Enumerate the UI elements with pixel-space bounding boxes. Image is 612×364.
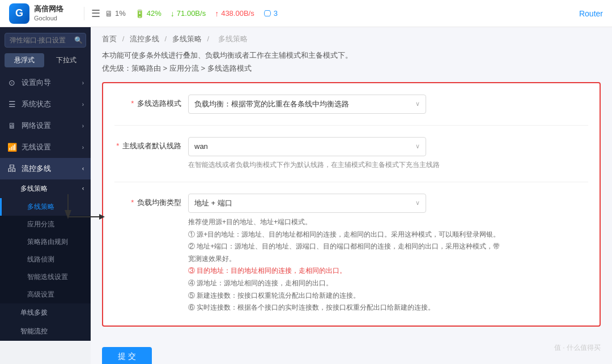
sidebar-subsubitem-routerule-label: 策略路由规则 bbox=[27, 237, 68, 247]
sidebar-item-status-label: 系统状态 bbox=[22, 99, 51, 109]
topbar-stats: 🖥 1% 🔋 42% ↓ 71.00B/s ↑ 438.00B/s 🖵 3 bbox=[105, 9, 579, 18]
select-lbtype[interactable]: 地址 + 端口 ∨ bbox=[188, 194, 426, 213]
hint-item-1: ① 源+目的地址：源地址、目的地址都相同的连接，走相同的出口。采用这种模式，可以… bbox=[188, 229, 505, 241]
wireless-icon: 📶 bbox=[7, 143, 17, 152]
sidebar-subsubitem-policy-label: 多线策略 bbox=[27, 202, 54, 212]
conn-stat: 🖵 3 bbox=[264, 9, 278, 18]
content-area: 首页 / 流控多线 / 多线策略 / 多线策略 本功能可使多条外线进行叠加、负载… bbox=[91, 27, 612, 364]
monitor-icon: 🖵 bbox=[264, 9, 271, 18]
select-mode[interactable]: 负载均衡：根据带宽的比重在各条线中均衡选路 ∨ bbox=[188, 95, 426, 114]
submit-area: 提 交 bbox=[91, 338, 612, 364]
breadcrumb-sep2: / bbox=[165, 35, 167, 43]
traffic-icon: 品 bbox=[7, 164, 17, 174]
sidebar-subitem-multiline-label: 多线策略 bbox=[20, 184, 48, 194]
page-desc: 本功能可使多条外线进行叠加、负载均衡或者工作在主辅模式和主备模式下。 优先级：策… bbox=[91, 46, 612, 82]
breadcrumb: 首页 / 流控多线 / 多线策略 / 多线策略 bbox=[91, 27, 612, 46]
mem-stat: 🔋 42% bbox=[135, 9, 162, 18]
required-star-1: * bbox=[131, 99, 134, 108]
breadcrumb-home[interactable]: 首页 bbox=[102, 35, 117, 43]
sidebar-subsubitem-appflow[interactable]: 应用分流 bbox=[0, 216, 91, 233]
logo: G 高倍网络 Gocloud bbox=[9, 3, 77, 24]
upload-icon: ↑ bbox=[215, 9, 219, 18]
sidebar-subsubmenu: 多线策略 应用分流 策略路由规则 线路侦测 智能迭线设置 高 bbox=[0, 198, 91, 303]
chevron-down-icon-1: ∨ bbox=[415, 100, 420, 108]
sidebar-subitem-multiline[interactable]: 多线策略 › bbox=[0, 179, 91, 198]
sidebar-item-network[interactable]: 🖥 网络设置 › bbox=[0, 115, 91, 136]
form-label-mainline: * 主线或者默认线路 bbox=[114, 137, 188, 151]
cpu-stat: 🖥 1% bbox=[105, 9, 126, 18]
hint-item-2: ② 地址+端口：源地址、目的地址、源端口、目的端口都相同的连接，走相同的出口，采… bbox=[188, 241, 505, 265]
sidebar-subsubitem-appflow-label: 应用分流 bbox=[27, 220, 54, 229]
download-stat: ↓ 71.00B/s bbox=[171, 9, 206, 18]
sidebar-subsubitem-probe[interactable]: 线路侦测 bbox=[0, 251, 91, 268]
sidebar-subsubitem-probe-label: 线路侦测 bbox=[27, 255, 54, 264]
menu-icon[interactable]: ☰ bbox=[91, 7, 100, 20]
search-icon: 🔍 bbox=[74, 36, 83, 44]
sidebar-item-network-label: 网络设置 bbox=[22, 121, 51, 131]
chevron-icon-2: › bbox=[82, 101, 84, 108]
sidebar-subsubitem-routerule[interactable]: 策略路由规则 bbox=[0, 233, 91, 251]
breadcrumb-current: 多线策略 bbox=[218, 35, 248, 43]
sidebar-subsubitem-smartline[interactable]: 智能迭线设置 bbox=[0, 268, 91, 286]
hint-item-5: ⑤ 新建连接数：按接口权重轮流分配出口给新建的连接。 bbox=[188, 290, 505, 302]
chevron-icon: › bbox=[82, 80, 84, 86]
sidebar-submenu-traffic: 多线策略 › 多线策略 应用分流 策略路由规则 线路侦测 bbox=[0, 179, 91, 341]
chevron-icon-4: › bbox=[82, 144, 84, 151]
sidebar-item-status[interactable]: ☰ 系统状态 › bbox=[0, 93, 91, 115]
upload-stat: ↑ 438.00B/s bbox=[215, 9, 254, 18]
search-box[interactable]: 🔍 bbox=[5, 33, 86, 48]
sidebar-item-traffic-label: 流控多线 bbox=[22, 164, 51, 174]
required-star-2: * bbox=[116, 142, 119, 150]
topbar: G 高倍网络 Gocloud ☰ 🖥 1% 🔋 42% ↓ 71.00B/s ↑… bbox=[0, 0, 612, 27]
hint-item-6: ⑥ 实时连接数：根据各个接口的实时连接数，按接口权重分配出口给新建的连接。 bbox=[188, 302, 505, 314]
chevron-icon-3: › bbox=[82, 123, 84, 129]
tab-row: 悬浮式 下拉式 bbox=[5, 53, 86, 67]
form-row-mainline: * 主线或者默认线路 wan ∨ 在智能选线或者负载均衡模式下作为默认线路，在主… bbox=[114, 137, 588, 182]
sidebar-subitem-singlemulti-label: 单线多拨 bbox=[20, 308, 48, 318]
chevron-icon-6: › bbox=[82, 186, 84, 192]
breadcrumb-sep3: / bbox=[207, 35, 209, 43]
form-row-lbtype: * 负载均衡类型 地址 + 端口 ∨ 推荐使用源+目的地址、地址+端口模式。 ①… bbox=[114, 194, 588, 314]
select-lbtype-value: 地址 + 端口 bbox=[194, 198, 232, 208]
sidebar-item-setup[interactable]: ⊙ 设置向导 › bbox=[0, 72, 91, 93]
select-mode-value: 负载均衡：根据带宽的比重在各条线中均衡选路 bbox=[194, 99, 349, 109]
breadcrumb-multiline[interactable]: 多线策略 bbox=[172, 35, 202, 43]
logo-text: 高倍网络 Gocloud bbox=[34, 5, 63, 22]
chevron-icon-5: › bbox=[82, 166, 84, 172]
sidebar-subsubitem-policy[interactable]: 多线策略 bbox=[0, 198, 91, 216]
mem-icon: 🔋 bbox=[135, 9, 144, 18]
required-star-3: * bbox=[131, 198, 134, 207]
status-icon: ☰ bbox=[7, 100, 17, 109]
topbar-divider bbox=[84, 7, 84, 20]
sidebar-subitem-smartqos[interactable]: 智能流控 bbox=[0, 322, 91, 341]
logo-icon: G bbox=[9, 3, 29, 24]
form-control-mainline: wan ∨ 在智能选线或者负载均衡模式下作为默认线路，在主辅模式和主备模式下充当… bbox=[188, 137, 588, 170]
sidebar-item-traffic[interactable]: 品 流控多线 › bbox=[0, 158, 91, 179]
form-control-lbtype: 地址 + 端口 ∨ 推荐使用源+目的地址、地址+端口模式。 ① 源+目的地址：源… bbox=[188, 194, 588, 314]
breadcrumb-sep1: / bbox=[122, 35, 125, 43]
tab-float[interactable]: 悬浮式 bbox=[5, 53, 44, 67]
sidebar-subsubitem-advanced[interactable]: 高级设置 bbox=[0, 286, 91, 303]
sidebar-wrapper: 🔍 悬浮式 下拉式 ⊙ 设置向导 › ☰ 系统状态 › bbox=[0, 27, 91, 364]
submit-button[interactable]: 提 交 bbox=[102, 347, 152, 364]
hint-item-4: ④ 源地址：源地址相同的连接，走相同的出口。 bbox=[188, 277, 505, 290]
chevron-down-icon-2: ∨ bbox=[415, 143, 420, 150]
chevron-down-icon-3: ∨ bbox=[415, 199, 420, 207]
select-mainline[interactable]: wan ∨ bbox=[188, 137, 426, 156]
hint-item-3: ③ 目的地址：目的地址相同的连接，走相同的出口。 bbox=[188, 265, 505, 277]
sidebar-subsubitem-smartline-label: 智能迭线设置 bbox=[27, 272, 68, 282]
breadcrumb-traffic[interactable]: 流控多线 bbox=[130, 35, 159, 43]
hint-title: 推荐使用源+目的地址、地址+端口模式。 bbox=[188, 218, 312, 226]
page-desc-line2: 优先级：策略路由 > 应用分流 > 多线选路模式 bbox=[102, 62, 601, 75]
sidebar: 🔍 悬浮式 下拉式 ⊙ 设置向导 › ☰ 系统状态 › bbox=[0, 27, 91, 341]
network-icon: 🖥 bbox=[7, 121, 17, 130]
sidebar-item-wireless-label: 无线设置 bbox=[22, 142, 51, 152]
setup-icon: ⊙ bbox=[7, 78, 17, 87]
download-icon: ↓ bbox=[171, 9, 175, 18]
form-control-mode: 负载均衡：根据带宽的比重在各条线中均衡选路 ∨ bbox=[188, 95, 588, 114]
tab-dropdown[interactable]: 下拉式 bbox=[46, 53, 86, 67]
sidebar-item-wireless[interactable]: 📶 无线设置 › bbox=[0, 136, 91, 158]
select-mainline-value: wan bbox=[194, 142, 208, 151]
form-row-mode: * 多线选路模式 负载均衡：根据带宽的比重在各条线中均衡选路 ∨ bbox=[114, 95, 588, 126]
sidebar-subitem-singlemulti[interactable]: 单线多拨 bbox=[0, 303, 91, 322]
